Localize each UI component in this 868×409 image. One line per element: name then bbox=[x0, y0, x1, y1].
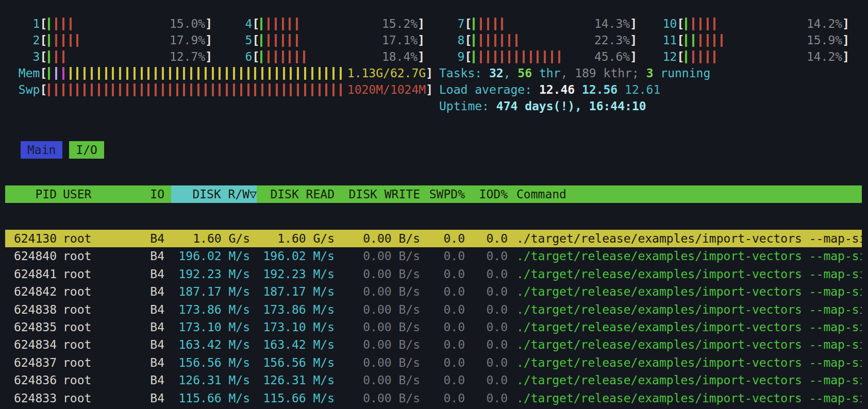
column-header-swpd[interactable]: SWPD% bbox=[420, 185, 465, 203]
cell-rw: 173.86 M/s bbox=[171, 301, 257, 318]
cell-swpd: 0.0 bbox=[420, 283, 465, 300]
memory-meter-bar bbox=[319, 67, 321, 80]
column-header-read[interactable]: DISK READ bbox=[257, 185, 335, 203]
cpu-9-meter-open-bracket: [ bbox=[464, 48, 472, 65]
cpu-8-meter-bar bbox=[473, 34, 475, 47]
swap-meter-bar bbox=[91, 83, 93, 96]
memory-meter-bar bbox=[76, 67, 78, 80]
process-row-624836[interactable]: 624836rootB4126.31 M/s126.31 M/s0.00 B/s… bbox=[5, 371, 862, 389]
cpu-1-meter-open-bracket: [ bbox=[40, 15, 47, 32]
cpu-2-meter-bar bbox=[55, 34, 57, 47]
cell-io: B4 bbox=[140, 389, 164, 407]
process-row-624835[interactable]: 624835rootB4173.10 M/s173.10 M/s0.00 B/s… bbox=[5, 318, 862, 336]
swap-meter-bar bbox=[340, 83, 342, 96]
process-row-624837[interactable]: 624837rootB4156.56 M/s156.56 M/s0.00 B/s… bbox=[5, 354, 862, 371]
cell-write: 0.00 B/s bbox=[335, 230, 420, 247]
system-info: Tasks: 32, 56 thr, 189 kthr; 3 running L… bbox=[439, 65, 710, 114]
memory-meter-bar bbox=[297, 67, 299, 80]
cpu-9-meter-bar bbox=[508, 50, 510, 63]
cpu-4-meter-bar bbox=[289, 18, 291, 30]
tasks-separator: , bbox=[504, 66, 518, 80]
memory-meter-bar bbox=[133, 67, 136, 80]
swap-meter-bar bbox=[247, 83, 249, 96]
swap-meter-bar bbox=[105, 83, 107, 96]
cell-write: 0.00 B/s bbox=[335, 301, 420, 318]
cell-rw: 196.02 M/s bbox=[171, 247, 257, 265]
process-row-624130[interactable]: 624130rootB41.60 G/s1.60 G/s0.00 B/s0.00… bbox=[5, 230, 862, 247]
column-header-write[interactable]: DISK WRITE bbox=[335, 185, 420, 203]
cpu-3-meter-open-bracket: [ bbox=[40, 48, 47, 65]
cpu-8-meter-open-bracket: [ bbox=[464, 32, 472, 48]
swap-meter-bar bbox=[126, 83, 128, 96]
swap-meter-bar bbox=[332, 83, 335, 96]
cpu-12-meter-open-bracket: [ bbox=[677, 48, 684, 65]
swap-meter-bar bbox=[283, 83, 285, 96]
cpu-8-meter-bars bbox=[472, 32, 594, 48]
cpu-grid: 1[15.0%]2[17.9%]3[12.7%]4[15.2%]5[17.1%]… bbox=[11, 15, 849, 65]
cpu-9-meter-bar bbox=[537, 50, 539, 63]
cpu-7-meter: 7[14.3%] bbox=[436, 15, 637, 32]
swap-meter-bar bbox=[119, 83, 121, 96]
tab-io[interactable]: I/O bbox=[69, 141, 104, 159]
process-row-624841[interactable]: 624841rootB4192.23 M/s192.23 M/s0.00 B/s… bbox=[5, 265, 862, 283]
memory-meter-bar bbox=[261, 67, 263, 80]
cpu-9-meter-bars bbox=[472, 48, 594, 65]
cpu-2-meter-label: 2 bbox=[11, 32, 40, 48]
process-row-624838[interactable]: 624838rootB4173.86 M/s173.86 M/s0.00 B/s… bbox=[5, 301, 862, 318]
cpu-12-meter-bars bbox=[684, 48, 807, 65]
uptime-label: Uptime: bbox=[439, 99, 496, 113]
cpu-11-meter-bar bbox=[713, 34, 715, 47]
process-row-624834[interactable]: 624834rootB4163.42 M/s163.42 M/s0.00 B/s… bbox=[5, 336, 862, 353]
cell-read: 192.23 M/s bbox=[257, 265, 335, 283]
cell-cmd: ./target/release/examples/import-vectors… bbox=[508, 407, 862, 409]
column-header-rw[interactable]: DISK R/W▽ bbox=[171, 185, 257, 203]
cell-rw: 115.66 M/s bbox=[171, 389, 257, 407]
cpu-9-meter-bar bbox=[473, 50, 475, 63]
process-row-624832[interactable]: 624832rootB475.51 M/s75.51 M/s0.00 B/s0.… bbox=[5, 407, 862, 409]
memory-meter-bar bbox=[84, 67, 86, 80]
column-header-iod[interactable]: IOD% bbox=[465, 185, 508, 203]
cpu-5-meter-bar bbox=[282, 34, 284, 47]
memory-meter: Mem[1.13G/62.7G] bbox=[11, 65, 433, 81]
column-header-io[interactable]: IO bbox=[140, 185, 164, 203]
cell-read: 75.51 M/s bbox=[257, 407, 335, 409]
cpu-9-meter-close-bracket: ] bbox=[630, 48, 637, 65]
memory-meter-bar bbox=[55, 67, 57, 80]
column-header-pid[interactable]: PID bbox=[5, 185, 57, 203]
cpu-7-meter-bar bbox=[501, 18, 503, 30]
swap-meter-bars bbox=[47, 81, 347, 98]
cell-read: 1.60 G/s bbox=[257, 230, 335, 247]
cell-iod: 0.0 bbox=[465, 301, 508, 318]
memory-meter-bar bbox=[169, 67, 171, 80]
cell-user: root bbox=[57, 318, 140, 336]
cpu-12-meter-bar bbox=[713, 50, 715, 63]
cpu-1-meter-bar bbox=[62, 18, 64, 30]
cpu-8-meter: 8[22.3%] bbox=[436, 32, 637, 48]
cpu-10-meter-bars bbox=[684, 15, 807, 32]
cell-swpd: 0.0 bbox=[420, 318, 465, 336]
cpu-7-meter-bar bbox=[494, 18, 496, 30]
memory-meter-bar bbox=[70, 67, 72, 80]
cpu-6-meter-bar bbox=[303, 50, 305, 63]
process-row-624840[interactable]: 624840rootB4196.02 M/s196.02 M/s0.00 B/s… bbox=[5, 247, 862, 265]
memory-meter-bar bbox=[105, 67, 107, 80]
swap-meter-bar bbox=[112, 83, 114, 96]
cpu-11-meter-bar bbox=[699, 34, 702, 47]
cell-cmd: ./target/release/examples/import-vectors… bbox=[508, 265, 862, 283]
memory-meter-bar bbox=[126, 67, 128, 80]
cpu-11-meter-bar bbox=[685, 34, 687, 47]
column-header-user[interactable]: USER bbox=[57, 185, 140, 203]
memory-meter-bar bbox=[233, 67, 235, 80]
cell-write: 0.00 B/s bbox=[335, 389, 420, 407]
cpu-6-meter-bar bbox=[260, 50, 262, 63]
cell-pid: 624832 bbox=[5, 407, 57, 409]
process-row-624842[interactable]: 624842rootB4187.17 M/s187.17 M/s0.00 B/s… bbox=[5, 283, 862, 300]
cpu-9-meter-bar bbox=[494, 50, 496, 63]
memory-meter-bar bbox=[176, 67, 178, 80]
column-header-cmd[interactable]: Command bbox=[508, 185, 862, 203]
cpu-10-meter-bar bbox=[685, 18, 687, 30]
cpu-2-meter-bars bbox=[47, 32, 170, 48]
memory-meter-open-bracket: [ bbox=[40, 65, 47, 81]
tab-main[interactable]: Main bbox=[21, 141, 62, 159]
process-row-624833[interactable]: 624833rootB4115.66 M/s115.66 M/s0.00 B/s… bbox=[5, 389, 862, 407]
